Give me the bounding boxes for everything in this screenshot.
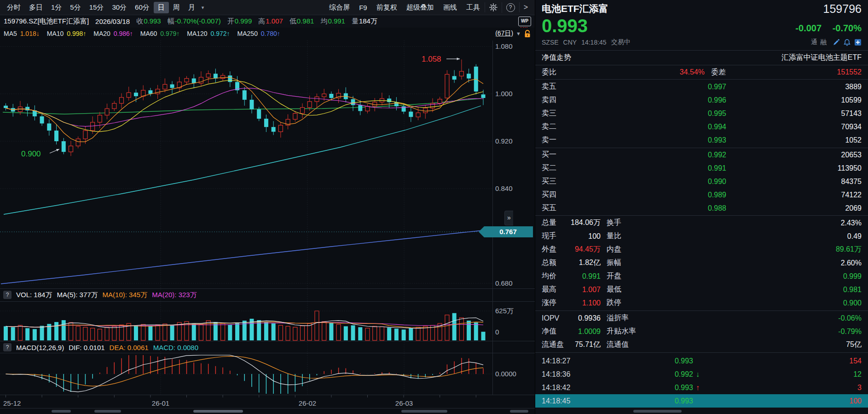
panel-scrollbar[interactable] bbox=[535, 408, 868, 414]
toolbar: 分时多日1分5分15分30分60分日周月▾ 综合屏F9前复权超级叠加画线工具 ? bbox=[0, 0, 535, 15]
vol-ma5: MA(5): 377万 bbox=[57, 291, 98, 299]
quote-field-label: 高 bbox=[258, 17, 265, 25]
tick-time: 14:18:36 bbox=[542, 370, 582, 379]
volume-pane-header: ? VOL: 184万 MA(5): 377万 MA(10): 345万 MA(… bbox=[0, 289, 535, 301]
ma-label: MA10 bbox=[47, 30, 64, 37]
range-selector[interactable]: (67日) ▼ bbox=[495, 29, 531, 38]
alert-bell-icon[interactable] bbox=[843, 39, 851, 46]
period-tab-3[interactable]: 5分 bbox=[66, 2, 85, 13]
more-button[interactable]: > bbox=[519, 2, 532, 12]
svg-text:0.900: 0.900 bbox=[21, 150, 41, 158]
ask-label: 卖四 bbox=[542, 95, 564, 105]
stat-row-1-6: 涨停1.100跌停0.900 bbox=[542, 296, 862, 310]
wp-monitor-icon[interactable]: WP bbox=[518, 17, 531, 26]
quote-field-4: 低0.981 bbox=[289, 17, 314, 26]
action-button-3[interactable]: 超级叠加 bbox=[402, 2, 439, 13]
stat-row-1-3: 总额1.82亿振幅2.60% bbox=[542, 256, 862, 270]
stat-row-1-0: 总量184.06万换手2.43% bbox=[542, 216, 862, 230]
collapse-panel-handle[interactable]: » bbox=[504, 211, 513, 225]
bid-row-0[interactable]: 买一0.99220653 bbox=[542, 148, 862, 161]
ask-price[interactable]: 0.996 bbox=[564, 96, 726, 104]
add-watchlist-icon[interactable] bbox=[854, 39, 862, 46]
stat-label-2: 开盘 bbox=[605, 271, 654, 281]
bid-label: 买五 bbox=[542, 203, 564, 213]
nav-tab-row[interactable]: 净值走势 汇添富中证电池主题ETF bbox=[535, 51, 868, 64]
action-button-4[interactable]: 画线 bbox=[439, 2, 462, 13]
period-tab-7[interactable]: 日 bbox=[154, 2, 169, 13]
stat-row-1-4: 均价0.991开盘0.999 bbox=[542, 270, 862, 283]
ask-price[interactable]: 0.993 bbox=[564, 136, 726, 144]
bid-row-1[interactable]: 买二0.991113950 bbox=[542, 161, 862, 175]
stat-label: 总量 bbox=[542, 218, 565, 228]
period-tab-0[interactable]: 分时 bbox=[3, 2, 25, 13]
period-tab-5[interactable]: 30分 bbox=[108, 2, 131, 13]
action-button-1[interactable]: F9 bbox=[354, 2, 372, 13]
ask-price[interactable]: 0.995 bbox=[564, 109, 726, 118]
period-tab-1[interactable]: 多日 bbox=[25, 2, 47, 13]
stat-value-2: -0.79% bbox=[654, 328, 862, 336]
svg-text:1.058: 1.058 bbox=[422, 55, 441, 63]
period-tab-9[interactable]: 月 bbox=[184, 2, 199, 13]
period-dropdown-caret[interactable]: ▾ bbox=[199, 3, 207, 12]
ask-row-2[interactable]: 卖三0.99557143 bbox=[542, 107, 862, 120]
period-tab-4[interactable]: 15分 bbox=[85, 2, 108, 13]
scrollbar-thumb[interactable] bbox=[633, 410, 682, 413]
quote-panel: 电池ETF汇添富 0.993 159796 -0.007 -0.70% SZSE… bbox=[535, 0, 868, 414]
quote-field-value: 0.993 bbox=[144, 17, 161, 25]
stat-value-2: 89.61万 bbox=[654, 245, 862, 254]
stat-label: 流通盘 bbox=[542, 340, 565, 350]
svg-text:625万: 625万 bbox=[495, 307, 514, 315]
bid-row-4[interactable]: 买五0.9882069 bbox=[542, 201, 862, 215]
quote-field-value: 1.007 bbox=[266, 17, 283, 25]
bid-row-2[interactable]: 买三0.99084375 bbox=[542, 175, 862, 188]
unlock-icon[interactable] bbox=[524, 29, 531, 38]
bid-price[interactable]: 0.988 bbox=[564, 204, 726, 213]
ma-value: 0.986↑ bbox=[112, 30, 133, 37]
help-icon[interactable]: ? bbox=[3, 343, 12, 351]
help-icon[interactable]: ? bbox=[3, 291, 12, 299]
bid-row-3[interactable]: 买四0.98974122 bbox=[542, 188, 862, 201]
vol-ma10: MA(10): 345万 bbox=[103, 291, 148, 299]
quote-field-value: 0.981 bbox=[297, 17, 314, 25]
stat-label-2: 溢折率 bbox=[605, 313, 654, 323]
action-button-2[interactable]: 前复权 bbox=[372, 2, 402, 13]
quote-field-label: 收 bbox=[136, 17, 143, 25]
ask-row-4[interactable]: 卖一0.9931052 bbox=[542, 133, 862, 147]
trading-terminal: 1.0801.0000.9200.8400.680625万00.000025-1… bbox=[0, 0, 868, 414]
fund-full-name: 汇添富中证电池主题ETF bbox=[781, 53, 862, 63]
chevron-right-icon: > bbox=[524, 3, 528, 12]
stat-label-2: 最低 bbox=[605, 285, 654, 294]
action-button-5[interactable]: 工具 bbox=[462, 2, 485, 13]
stock-code: 159796 bbox=[787, 2, 862, 16]
period-tab-8[interactable]: 周 bbox=[169, 2, 184, 13]
quote-field-5: 均0.991 bbox=[320, 17, 345, 26]
bid-price[interactable]: 0.992 bbox=[564, 151, 726, 159]
ask-row-3[interactable]: 卖二0.99470934 bbox=[542, 120, 862, 133]
ask-row-1[interactable]: 卖四0.99610599 bbox=[542, 93, 862, 107]
range-label: (67日) bbox=[495, 29, 513, 38]
help-button[interactable]: ? bbox=[502, 2, 519, 13]
macd-name: MACD(12,26,9) bbox=[16, 344, 64, 351]
period-tabs: 分时多日1分5分15分30分60分日周月▾ bbox=[3, 2, 206, 13]
ask-price[interactable]: 0.997 bbox=[564, 83, 726, 91]
nav-trend-tab[interactable]: 净值走势 bbox=[542, 53, 781, 63]
stat-value: 1.82亿 bbox=[565, 258, 601, 268]
quote-time: 14:18:45 bbox=[581, 39, 607, 46]
ma-legend-ma10: MA10 0.998↑ bbox=[47, 30, 87, 37]
quote-field-label: 幅 bbox=[168, 17, 174, 25]
edit-pencil-icon[interactable] bbox=[833, 39, 840, 46]
ask-price[interactable]: 0.994 bbox=[564, 123, 726, 131]
quote-field-2: 开0.999 bbox=[227, 17, 252, 26]
ask-row-0[interactable]: 卖五0.9973889 bbox=[542, 80, 862, 93]
stat-value: 1.0009 bbox=[565, 328, 601, 336]
period-tab-2[interactable]: 1分 bbox=[47, 2, 66, 13]
settings-button[interactable] bbox=[485, 2, 502, 12]
ask-label: 卖三 bbox=[542, 109, 564, 118]
bid-price[interactable]: 0.990 bbox=[564, 178, 726, 186]
bid-price[interactable]: 0.989 bbox=[564, 191, 726, 199]
bid-price[interactable]: 0.991 bbox=[564, 164, 726, 172]
svg-text:26-02: 26-02 bbox=[299, 399, 316, 407]
period-tab-6[interactable]: 60分 bbox=[131, 2, 154, 13]
action-button-0[interactable]: 综合屏 bbox=[324, 2, 354, 13]
ask-book: 卖五0.9973889卖四0.99610599卖三0.99557143卖二0.9… bbox=[535, 80, 868, 147]
